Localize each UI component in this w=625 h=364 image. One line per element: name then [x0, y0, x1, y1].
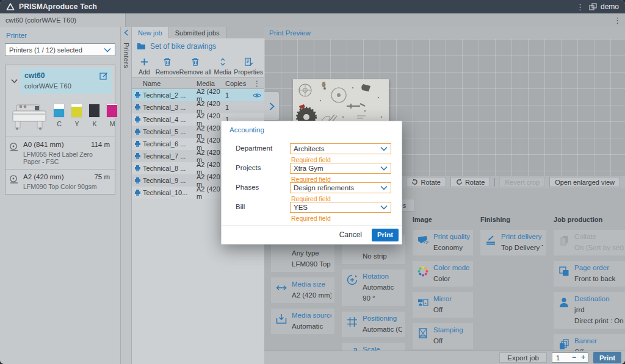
- user-name[interactable]: demo: [601, 2, 619, 11]
- accounting-dialog: Accounting Department Architects Require…: [221, 121, 402, 244]
- job-set-row[interactable]: Set of bike drawings: [132, 38, 264, 54]
- collapse-printer-icon[interactable]: [8, 68, 20, 94]
- increment-copies-button[interactable]: +: [579, 353, 588, 362]
- column-copies[interactable]: Copies: [225, 80, 250, 87]
- export-job-button[interactable]: Export job: [499, 352, 547, 363]
- strip-label: Printers: [123, 43, 130, 68]
- add-button[interactable]: Add: [133, 55, 156, 76]
- revert-crop-button: Revert crop: [499, 177, 545, 187]
- printer-name: cwt60: [24, 71, 99, 80]
- required-hint: Required field: [291, 215, 331, 222]
- column-media[interactable]: Media: [197, 80, 225, 87]
- banner-icon: [557, 337, 571, 351]
- job-printer-icon: [132, 116, 143, 123]
- tile-color-mode[interactable]: Color mode Color: [413, 261, 473, 287]
- tab-new-job[interactable]: New job: [132, 27, 169, 38]
- remove-all-button[interactable]: Remove all: [179, 55, 212, 76]
- properties-button[interactable]: Properties: [234, 55, 263, 76]
- print-delivery-icon: [484, 233, 497, 247]
- tile-mirror[interactable]: Mirror Off: [413, 292, 473, 318]
- media-roll-row[interactable]: A2 (420 mm) 75 m LFM090 Top Color 90gsm: [5, 169, 115, 194]
- print-button[interactable]: Print: [593, 352, 621, 363]
- swap-vertical-icon: [219, 57, 227, 66]
- chevron-down-icon: [380, 185, 388, 190]
- remove-button[interactable]: Remove: [156, 55, 179, 76]
- chevron-down-icon: [380, 166, 388, 171]
- roll-size: A2 (420 mm): [23, 173, 94, 180]
- printer-card-header[interactable]: cwt60 colorWAVE T60: [20, 68, 112, 94]
- tile-print-delivery[interactable]: Print delivery Top Delivery T...: [480, 230, 546, 255]
- tabbar-menu-icon[interactable]: ⋮: [610, 16, 625, 24]
- job-printer-icon: [132, 190, 143, 196]
- folder-icon: [137, 43, 146, 50]
- app-title: PRISMAproduce Tech: [19, 2, 97, 11]
- printer-select[interactable]: Printers (1 / 12) selected: [5, 43, 115, 56]
- dialog-title: Accounting: [229, 126, 264, 134]
- roll-size: A0 (841 mm): [23, 141, 91, 148]
- eye-icon[interactable]: [250, 93, 264, 98]
- roll-remaining: 114 m: [91, 141, 110, 148]
- roll-media-name: LFM090 Top Color 90gsm: [23, 183, 110, 190]
- tile-media-size[interactable]: Media size A2 (420 mm): [271, 277, 334, 303]
- positioning-icon: [345, 315, 359, 329]
- job-printer-icon: [132, 92, 143, 98]
- destination-person-icon: [557, 295, 571, 309]
- table-row[interactable]: Technical_3 ...A2 (420 m1: [132, 101, 264, 113]
- tile-rotation[interactable]: Rotation Automatic 90 °: [342, 269, 405, 306]
- printer-model: colorWAVE T60: [24, 82, 108, 90]
- tab-submitted-jobs[interactable]: Submitted jobs: [169, 27, 226, 38]
- ink-cyan: C: [53, 104, 65, 127]
- printers-collapse-strip: Printers: [121, 27, 132, 364]
- open-enlarged-view-button[interactable]: Open enlarged view: [549, 177, 620, 187]
- tile-stamping[interactable]: Stamping Off: [413, 323, 473, 349]
- media-source-icon: [275, 312, 288, 326]
- copies-value[interactable]: 1: [552, 354, 569, 362]
- media-roll-icon: [9, 174, 19, 190]
- expand-preview-button[interactable]: [264, 91, 280, 121]
- printer-illustration: [10, 101, 48, 130]
- copies-stepper[interactable]: 1 − +: [552, 352, 588, 363]
- printer-tab[interactable]: cwt60 (colorWAVE T60): [0, 13, 126, 27]
- rotate-left-button[interactable]: Rotate: [406, 177, 446, 187]
- projects-select[interactable]: Xtra Gym: [290, 163, 391, 174]
- rotate-right-button[interactable]: Rotate: [450, 177, 490, 187]
- switch-user-icon[interactable]: [589, 3, 597, 11]
- header-menu-icon[interactable]: ⋮: [573, 3, 588, 11]
- job-printer-icon: [132, 129, 143, 135]
- preview-title: Print Preview: [264, 27, 625, 39]
- tile-print-quality[interactable]: Print quality Economy: [413, 230, 473, 255]
- color-mode-icon: [416, 264, 430, 278]
- job-printer-icon: [132, 165, 143, 171]
- collapse-panel-icon[interactable]: [121, 27, 131, 38]
- bottom-action-bar: Export job 1 − + Print: [264, 351, 625, 364]
- field-label-phases: Phases: [236, 184, 259, 191]
- phases-select[interactable]: Design refinements: [290, 182, 391, 193]
- tile-page-order[interactable]: Page order Front to back: [554, 261, 625, 287]
- app-window: PRISMAproduce Tech ⋮ demo cwt60 (colorWA…: [0, 0, 625, 364]
- department-select[interactable]: Architects: [290, 143, 391, 154]
- mirror-icon: [416, 295, 430, 309]
- column-name[interactable]: Name: [143, 80, 197, 87]
- bill-select[interactable]: YES: [290, 202, 391, 213]
- table-row[interactable]: Technical_2 ... A2 (420 m 1: [132, 89, 264, 101]
- ink-magenta: M: [106, 104, 118, 127]
- ink-levels: C Y K M: [53, 104, 118, 127]
- table-menu-icon[interactable]: ⋮: [250, 80, 264, 87]
- job-set-title: Set of bike drawings: [150, 42, 216, 51]
- group-image: Image: [413, 216, 473, 224]
- dialog-print-button[interactable]: Print: [372, 229, 399, 241]
- tile-media-source[interactable]: Media source Automatic: [271, 309, 334, 334]
- tile-destination[interactable]: Destination jrrd Direct print : On: [554, 292, 625, 329]
- tile-positioning[interactable]: Positioning Automatic (Ce...: [342, 312, 405, 337]
- jobs-toolbar: Add Remove Remove all Media Properties: [132, 54, 264, 77]
- jobs-tabs: New job Submitted jobs: [132, 27, 264, 38]
- media-roll-row[interactable]: A0 (841 mm) 114 m LFM055 Red Label Zero …: [5, 137, 115, 169]
- roll-remaining: 75 m: [94, 173, 110, 180]
- media-button[interactable]: Media: [211, 55, 234, 76]
- decrement-copies-button[interactable]: −: [569, 353, 579, 362]
- top-bar: PRISMAproduce Tech ⋮ demo: [0, 0, 625, 13]
- cancel-button[interactable]: Cancel: [339, 230, 362, 239]
- edit-printer-icon[interactable]: [99, 71, 108, 80]
- rotate-left-icon: [411, 179, 418, 185]
- print-quality-icon: [416, 233, 430, 247]
